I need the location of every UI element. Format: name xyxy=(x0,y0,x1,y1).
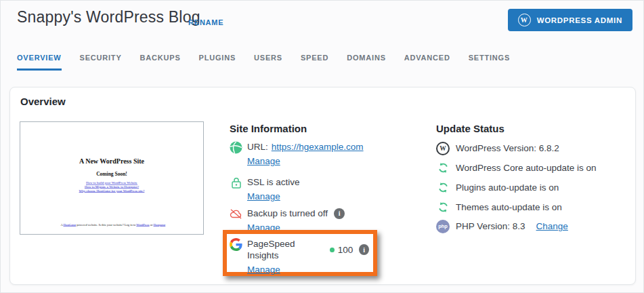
ssl-status-text: SSL is active xyxy=(247,176,300,188)
tab-settings[interactable]: SETTINGS xyxy=(469,54,510,71)
backup-status-text: Backup is turned off xyxy=(247,208,328,219)
tab-overview[interactable]: OVERVIEW xyxy=(17,54,62,71)
preview-footer-link: HostGator xyxy=(64,223,77,227)
url-row: URL:https://hgexample.com Manage xyxy=(230,141,364,166)
pagespeed-highlight-box: PageSpeed Insights100i Manage xyxy=(223,230,377,276)
update-status-section: Update Status W WordPress Version: 6.8.2… xyxy=(436,123,639,134)
admin-button-label: WORDPRESS ADMIN xyxy=(537,16,622,24)
ssl-row: SSL is active Manage xyxy=(230,176,300,201)
tab-plugins[interactable]: PLUGINS xyxy=(199,54,236,71)
sync-icon xyxy=(436,201,450,213)
rename-link[interactable]: RENAME xyxy=(188,18,223,26)
tab-backups[interactable]: BACKUPS xyxy=(140,54,181,71)
url-label: URL: xyxy=(247,141,268,153)
themes-autoupdate-row: Themes auto-update is on xyxy=(436,200,562,214)
tab-security[interactable]: SECURITY xyxy=(80,54,122,71)
pagespeed-score: 100 xyxy=(338,244,353,256)
plugins-autoupdate-text: Plugins auto-update is on xyxy=(456,182,559,193)
tab-domains[interactable]: DOMAINS xyxy=(347,54,386,71)
php-icon: php xyxy=(436,220,450,233)
tab-users[interactable]: USERS xyxy=(254,54,282,71)
preview-link: Why choose HostGator for your WordPress … xyxy=(55,189,168,193)
wordpress-version-row: W WordPress Version: 6.8.2 xyxy=(436,141,559,155)
sync-icon xyxy=(436,162,450,174)
core-autoupdate-text: WordPress Core auto-update is on xyxy=(456,163,597,173)
core-autoupdate-row: WordPress Core auto-update is on xyxy=(436,161,597,175)
preview-footer: A HostGator powered website. Is this you… xyxy=(60,223,163,227)
preview-subtitle: Coming Soon! xyxy=(20,171,203,177)
tab-advanced[interactable]: ADVANCED xyxy=(404,54,450,71)
preview-title: A New WordPress Site xyxy=(20,157,203,165)
overview-card: Overview A New WordPress Site Coming Soo… xyxy=(9,87,636,285)
card-title: Overview xyxy=(20,96,66,107)
preview-footer-link: Hostgator xyxy=(154,223,166,227)
site-preview-thumbnail[interactable]: A New WordPress Site Coming Soon! How to… xyxy=(20,121,204,235)
wordpress-admin-button[interactable]: W WORDPRESS ADMIN xyxy=(508,9,632,31)
wordpress-version-text: WordPress Version: 6.8.2 xyxy=(456,143,559,153)
ssl-lock-icon xyxy=(230,176,242,201)
pagespeed-label: PageSpeed Insights xyxy=(247,238,323,261)
score-dot-icon xyxy=(330,248,335,252)
preview-footer-link: WordPress xyxy=(136,223,149,227)
tab-bar: OVERVIEW SECURITY BACKUPS PLUGINS USERS … xyxy=(17,54,510,71)
globe-icon xyxy=(230,141,242,166)
info-icon[interactable]: i xyxy=(359,244,369,255)
ssl-manage-link[interactable]: Manage xyxy=(247,191,280,201)
url-manage-link[interactable]: Manage xyxy=(247,156,280,166)
tab-speed[interactable]: SPEED xyxy=(301,54,328,71)
google-icon xyxy=(230,238,242,275)
info-icon[interactable]: i xyxy=(334,208,345,219)
wordpress-dashboard: Snappy's WordPress Blog RENAME W WORDPRE… xyxy=(0,0,644,293)
preview-links: How to build your WordPress Website How … xyxy=(55,181,168,193)
site-url-link[interactable]: https://hgexample.com xyxy=(272,141,364,153)
sync-icon xyxy=(436,182,450,193)
wordpress-logo-icon: W xyxy=(436,142,450,155)
backup-off-cloud-icon xyxy=(230,208,242,233)
php-version-row: php PHP Version: 8.3 Change xyxy=(436,219,568,233)
wordpress-icon: W xyxy=(518,14,531,26)
site-information-section: Site Information URL:https://hgexample.c… xyxy=(230,123,433,286)
pagespeed-row: PageSpeed Insights100i Manage xyxy=(230,238,369,275)
site-information-heading: Site Information xyxy=(230,123,433,134)
backup-row: Backup is turned offi Manage xyxy=(230,208,345,233)
page-title: Snappy's WordPress Blog xyxy=(17,8,200,26)
php-version-text: PHP Version: 8.3 xyxy=(456,221,525,231)
plugins-autoupdate-row: Plugins auto-update is on xyxy=(436,180,559,195)
php-change-link[interactable]: Change xyxy=(536,221,568,231)
update-status-heading: Update Status xyxy=(436,123,639,134)
pagespeed-manage-link[interactable]: Manage xyxy=(247,265,280,275)
themes-autoupdate-text: Themes auto-update is on xyxy=(456,202,562,212)
